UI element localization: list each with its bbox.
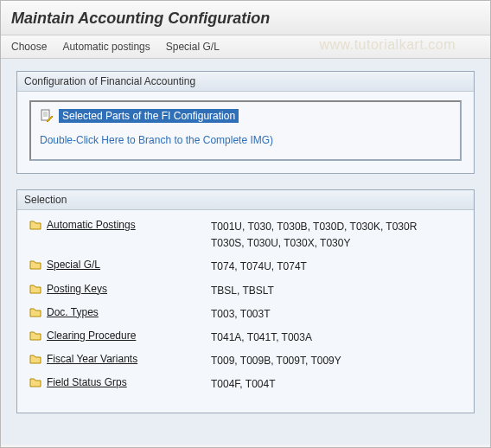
menu-special-gl[interactable]: Special G/L [166, 41, 220, 53]
selected-row: Selected Parts of the FI Configuration [40, 109, 451, 123]
config-panel-title: Configuration of Financial Accounting [17, 72, 474, 92]
selection-link[interactable]: Fiscal Year Variants [47, 353, 137, 365]
branch-link[interactable]: Double-Click Here to Branch to the Compl… [40, 134, 273, 146]
selection-row: Field Status GrpsT004F, T004T [29, 376, 462, 393]
selection-row-left: Fiscal Year Variants [29, 353, 211, 365]
folder-icon [29, 377, 41, 387]
selection-row: Automatic PostingsT001U, T030, T030B, T0… [29, 219, 462, 252]
selected-parts-label: Selected Parts of the FI Configuration [59, 109, 239, 123]
watermark: www.tutorialkart.com [319, 37, 456, 53]
app-window: Maintain Accounting Configuration Choose… [0, 0, 491, 448]
selection-tables: T001U, T030, T030B, T030D, T030K, T030R … [211, 219, 462, 252]
selection-panel: Selection Automatic PostingsT001U, T030,… [16, 189, 475, 413]
config-inner-box: Selected Parts of the FI Configuration D… [29, 100, 462, 161]
config-panel: Configuration of Financial Accounting [16, 71, 475, 174]
selection-row: Special G/LT074, T074U, T074T [29, 259, 462, 275]
selection-link[interactable]: Clearing Procedure [47, 330, 136, 342]
folder-icon [29, 354, 41, 364]
folder-icon [29, 220, 41, 230]
selection-row: Fiscal Year VariantsT009, T009B, T009T, … [29, 353, 462, 369]
selection-row-left: Posting Keys [29, 283, 211, 295]
folder-icon [29, 307, 41, 317]
selection-tables: T009, T009B, T009T, T009Y [211, 353, 462, 369]
menu-choose[interactable]: Choose [11, 41, 47, 53]
selection-row: Clearing ProcedureT041A, T041T, T003A [29, 330, 462, 346]
selection-link[interactable]: Special G/L [47, 259, 100, 271]
selection-row-left: Field Status Grps [29, 376, 211, 388]
selection-tables: T041A, T041T, T003A [211, 330, 462, 346]
menubar: Choose Automatic postings Special G/L ww… [1, 35, 490, 59]
folder-icon [29, 284, 41, 294]
selection-link[interactable]: Field Status Grps [47, 376, 127, 388]
selection-row-left: Doc. Types [29, 306, 211, 318]
selection-row: Posting KeysTBSL, TBSLT [29, 283, 462, 299]
selection-row-left: Clearing Procedure [29, 330, 211, 342]
folder-icon [29, 259, 41, 270]
selection-body: Automatic PostingsT001U, T030, T030B, T0… [17, 210, 474, 413]
content-area: Configuration of Financial Accounting [1, 59, 490, 445]
selection-panel-title: Selection [17, 190, 474, 210]
selection-tables: T003, T003T [211, 306, 462, 323]
selection-tables: T074, T074U, T074T [211, 259, 462, 275]
selection-tables: T004F, T004T [211, 376, 462, 393]
folder-icon [29, 330, 41, 341]
selection-link[interactable]: Automatic Postings [47, 219, 136, 231]
selection-link[interactable]: Doc. Types [47, 306, 99, 318]
selection-tables: TBSL, TBSLT [211, 283, 462, 299]
menu-automatic-postings[interactable]: Automatic postings [62, 41, 150, 53]
page-title: Maintain Accounting Configuration [1, 1, 490, 35]
selection-row-left: Special G/L [29, 259, 211, 271]
document-edit-icon [40, 109, 54, 123]
selection-row: Doc. TypesT003, T003T [29, 306, 462, 323]
selection-link[interactable]: Posting Keys [47, 283, 107, 295]
svg-rect-0 [41, 110, 49, 120]
config-panel-body: Selected Parts of the FI Configuration D… [17, 92, 474, 173]
selection-row-left: Automatic Postings [29, 219, 211, 231]
